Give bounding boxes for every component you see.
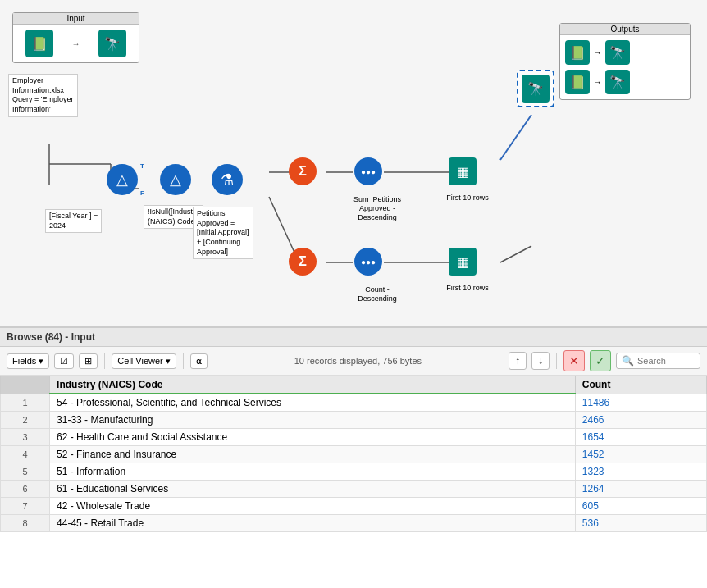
row-count: 1323 [575, 463, 706, 481]
chevron-down-icon: ▾ [39, 356, 43, 367]
first10-top-node[interactable]: ▦ [449, 157, 477, 185]
table-row: 8 44-45 - Retail Trade 536 [1, 515, 707, 532]
row-num: 2 [1, 412, 50, 429]
binoculars-icon[interactable]: 🔭 [98, 30, 126, 57]
results-table: Industry (NAICS) Code Count 1 54 - Profe… [0, 376, 707, 532]
first10-top-icon: ▦ [449, 157, 477, 185]
filter2-icon: △ [160, 164, 191, 195]
row-num: 4 [1, 446, 50, 463]
data-table: Industry (NAICS) Code Count 1 54 - Profe… [0, 376, 707, 588]
row-industry: 62 - Health Care and Social Assistance [50, 429, 576, 446]
row-industry: 61 - Educational Services [50, 481, 576, 498]
first10-bottom-node[interactable]: ▦ [449, 248, 477, 276]
fields-label: Fields [12, 356, 36, 366]
row-industry: 51 - Information [50, 463, 576, 481]
output-book1-icon[interactable]: 📗 [565, 40, 590, 65]
book-icon[interactable]: 📗 [25, 30, 53, 57]
dots-bottom-icon: ●●● [354, 248, 382, 276]
table-body: 1 54 - Professional, Scientific, and Tec… [1, 394, 707, 532]
row-count: 1654 [575, 429, 706, 446]
input-box: Input 📗 → 🔭 [12, 12, 139, 63]
sort1-label: Sum_PetitionsApproved -Descending [344, 195, 410, 221]
input-node-label: EmployerInformation.xlsxQuery = 'Employe… [8, 74, 78, 117]
fields-button[interactable]: Fields ▾ [7, 353, 49, 369]
check-icon: ✓ [595, 354, 605, 367]
selected-binoculars-node[interactable]: 🔭 [517, 70, 554, 107]
row-count: 2466 [575, 412, 706, 429]
up-arrow-icon: ↑ [515, 355, 520, 367]
row-industry: 31-33 - Manufacturing [50, 412, 576, 429]
reject-button[interactable]: ✕ [563, 350, 585, 371]
toolbar: Fields ▾ ☑ ⊞ Cell Viewer ▾ ⍺ 10 records … [0, 347, 707, 376]
table-row: 7 42 - Wholesale Trade 605 [1, 498, 707, 515]
down-nav-button[interactable]: ↓ [531, 352, 550, 370]
main-container: Input 📗 → 🔭 EmployerInformation.xlsxQuer… [0, 0, 707, 588]
row-count: 11486 [575, 394, 706, 412]
cell-viewer-chevron: ▾ [166, 356, 171, 367]
cell-viewer-label: Cell Viewer [117, 356, 162, 366]
sort2-label: Count -Descending [349, 285, 406, 303]
separator3 [556, 353, 557, 369]
output-book2-icon[interactable]: 📗 [565, 70, 590, 94]
table-row: 1 54 - Professional, Scientific, and Tec… [1, 394, 707, 412]
row-industry: 42 - Wholesale Trade [50, 498, 576, 515]
selected-bino-icon: 🔭 [522, 75, 550, 103]
dots-bottom-node[interactable]: ●●● [354, 248, 382, 276]
status-text: 10 records displayed, 756 bytes [212, 356, 504, 366]
svg-line-6 [500, 115, 531, 160]
separator1 [104, 353, 105, 369]
row-count: 1452 [575, 446, 706, 463]
formula-label: PetitionsApproved =[Initial Approval]+ [… [193, 207, 253, 259]
sigma-bottom-icon: Σ [289, 248, 317, 276]
row-count: 1264 [575, 481, 706, 498]
svg-line-10 [500, 246, 531, 262]
row-industry: 52 - Finance and Insurance [50, 446, 576, 463]
checkbox-icon: ☑ [60, 356, 68, 367]
row-count: 605 [575, 498, 706, 515]
search-icon: 🔍 [622, 355, 634, 367]
pin-icon: ⍺ [196, 356, 202, 367]
output-bino2-icon[interactable]: 🔭 [605, 70, 630, 94]
row-num: 6 [1, 481, 50, 498]
row-num: 3 [1, 429, 50, 446]
input-box-content: 📗 → 🔭 [13, 25, 139, 62]
row-industry: 44-45 - Retail Trade [50, 515, 576, 532]
col-header-count[interactable]: Count [575, 376, 706, 394]
first10-top-label: First 10 rows [443, 194, 492, 203]
output-box-title: Outputs [560, 24, 690, 35]
separator2 [183, 353, 184, 369]
cell-viewer-button[interactable]: Cell Viewer ▾ [112, 353, 176, 369]
formula-icon: ⚗ [212, 164, 243, 195]
search-box: 🔍 [616, 353, 700, 369]
dots-top-node[interactable]: ●●● [354, 157, 382, 185]
filter1-node[interactable]: △ T F [107, 164, 138, 195]
accept-button[interactable]: ✓ [590, 350, 611, 371]
pin-btn[interactable]: ⍺ [190, 353, 208, 369]
row-num: 8 [1, 515, 50, 532]
row-count: 536 [575, 515, 706, 532]
sigma-bottom-node[interactable]: Σ [289, 248, 317, 276]
row-industry: 54 - Professional, Scientific, and Techn… [50, 394, 576, 412]
table-icon: ⊞ [84, 356, 92, 367]
input-box-title: Input [13, 13, 139, 25]
search-input[interactable] [637, 356, 695, 366]
formula-node[interactable]: ⚗ [212, 164, 243, 195]
row-num: 7 [1, 498, 50, 515]
row-num: 1 [1, 394, 50, 412]
canvas-area: Input 📗 → 🔭 EmployerInformation.xlsxQuer… [0, 0, 707, 328]
col-header-num [1, 376, 50, 394]
filter2-node[interactable]: △ [160, 164, 191, 195]
output-bino1-icon[interactable]: 🔭 [605, 40, 630, 65]
sigma-top-node[interactable]: Σ [289, 157, 317, 185]
table-row: 2 31-33 - Manufacturing 2466 [1, 412, 707, 429]
checkbox-btn[interactable]: ☑ [54, 353, 74, 369]
panel-header: Browse (84) - Input [0, 328, 707, 347]
cross-icon: ✕ [569, 354, 579, 367]
svg-line-7 [269, 197, 295, 254]
first10-bottom-label: First 10 rows [443, 284, 492, 293]
sigma-top-icon: Σ [289, 157, 317, 185]
up-nav-button[interactable]: ↑ [509, 352, 527, 370]
col-header-industry[interactable]: Industry (NAICS) Code [50, 376, 576, 394]
table-btn[interactable]: ⊞ [79, 353, 98, 369]
filter1-icon: △ [107, 164, 138, 195]
